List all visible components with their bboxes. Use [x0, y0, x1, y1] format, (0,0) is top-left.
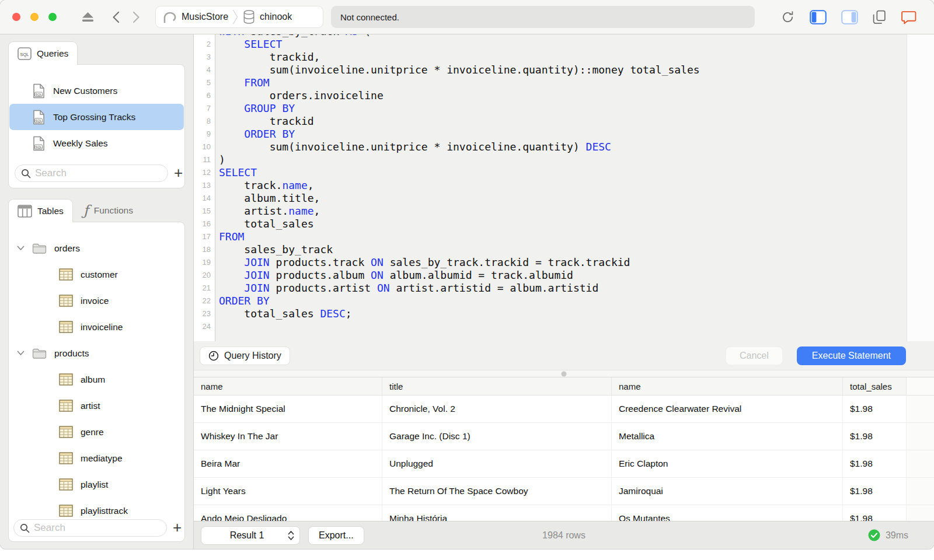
toggle-left-sidebar-button[interactable]: [810, 10, 827, 24]
results-column-header[interactable]: name: [612, 377, 843, 395]
results-column-header[interactable]: title: [382, 377, 612, 395]
results-column-header[interactable]: name: [194, 377, 382, 395]
toggle-right-sidebar-button[interactable]: [841, 10, 858, 24]
tab-functions[interactable]: ƒ Functions: [73, 199, 144, 222]
pane-splitter[interactable]: [194, 370, 934, 377]
line-number: 9: [194, 128, 215, 141]
results-cell[interactable]: Creedence Clearwater Revival: [612, 396, 843, 422]
chevron-down-icon[interactable]: [17, 351, 25, 356]
results-row[interactable]: The Midnight SpecialChronicle, Vol. 2Cre…: [194, 396, 934, 423]
results-cell[interactable]: Whiskey In The Jar: [194, 423, 382, 450]
results-cell[interactable]: $1.98: [843, 450, 907, 477]
results-row[interactable]: Light YearsThe Return Of The Space Cowbo…: [194, 478, 934, 505]
tree-table-row[interactable]: mediatype: [9, 445, 184, 471]
execution-time-label: 39ms: [886, 530, 908, 541]
results-cell[interactable]: The Midnight Special: [194, 396, 382, 422]
zoom-window-button[interactable]: [48, 13, 57, 21]
sql-editor[interactable]: 1WITH sales_by_track AS (2 SELECT3 track…: [194, 34, 934, 341]
sql-file-icon: SQL: [33, 110, 45, 125]
editor-scrollbar-track[interactable]: [907, 34, 934, 341]
code-line: 2 SELECT: [194, 38, 907, 51]
breadcrumb-server[interactable]: MusicStore: [162, 10, 228, 24]
forward-button[interactable]: [133, 11, 140, 23]
close-window-button[interactable]: [12, 13, 20, 21]
results-cell[interactable]: $1.98: [843, 505, 907, 521]
export-button[interactable]: Export...: [308, 526, 364, 545]
code-line: 24: [194, 320, 907, 333]
results-row[interactable]: Beira MarUnpluggedEric Clapton$1.98: [194, 450, 934, 478]
queries-search-field[interactable]: [15, 164, 168, 182]
windows-button[interactable]: [873, 10, 886, 24]
results-cell[interactable]: Os Mutantes: [612, 505, 843, 521]
query-list-item[interactable]: SQLNew Customers: [9, 78, 184, 104]
code-line: 8 trackid: [194, 115, 907, 128]
tree-table-row[interactable]: customer: [9, 261, 184, 288]
query-label: Top Grossing Tracks: [53, 112, 135, 123]
minimize-window-button[interactable]: [30, 13, 39, 21]
back-button[interactable]: [112, 11, 120, 23]
result-selector[interactable]: Result 1: [201, 526, 300, 545]
query-list-item[interactable]: SQLWeekly Sales: [9, 130, 184, 156]
tree-table-row[interactable]: album: [9, 366, 184, 393]
results-cell[interactable]: Minha História: [382, 505, 612, 521]
results-cell[interactable]: Beira Mar: [194, 450, 382, 477]
sidebar-tabs: Tables ƒ Functions: [8, 199, 185, 222]
line-number: 15: [194, 205, 215, 218]
code-text: total_sales: [215, 218, 314, 230]
tree-node-label: album: [81, 374, 105, 385]
execution-time: 39ms: [868, 529, 908, 541]
results-cell[interactable]: Metallica: [612, 423, 843, 450]
tables-search-input[interactable]: [34, 522, 163, 534]
tree-folder-row[interactable]: products: [9, 340, 184, 366]
results-cell[interactable]: Jamiroquai: [612, 478, 843, 505]
chevron-down-icon[interactable]: [17, 246, 25, 251]
refresh-icon: [780, 10, 795, 24]
add-query-button[interactable]: +: [172, 165, 184, 182]
add-table-button[interactable]: +: [171, 520, 183, 537]
results-cell[interactable]: Eric Clapton: [612, 450, 843, 477]
tree-table-row[interactable]: invoice: [9, 288, 184, 314]
feedback-button[interactable]: [901, 10, 916, 24]
execute-statement-button[interactable]: Execute Statement: [797, 346, 906, 365]
tree-folder-row[interactable]: orders: [9, 235, 184, 261]
table-icon: [59, 452, 73, 464]
splitter-handle-icon[interactable]: [562, 371, 567, 376]
tab-tables[interactable]: Tables: [8, 199, 73, 222]
results-row-filler: [907, 396, 934, 422]
breadcrumb-database[interactable]: chinook: [242, 9, 292, 24]
tables-search-row: +: [13, 519, 180, 537]
result-selector-label: Result 1: [206, 530, 288, 541]
queries-search-input[interactable]: [35, 167, 164, 179]
tree-node-label: products: [54, 348, 89, 359]
line-number: 5: [194, 76, 215, 89]
tables-search-field[interactable]: [13, 519, 167, 537]
results-cell[interactable]: Light Years: [194, 478, 382, 505]
results-cell[interactable]: $1.98: [843, 396, 907, 422]
results-column-header[interactable]: total_sales: [843, 377, 907, 395]
results-row[interactable]: Ando Meio DesligadoMinha HistóriaOs Muta…: [194, 505, 934, 521]
code-line: 12SELECT: [194, 166, 907, 179]
results-cell[interactable]: Chronicle, Vol. 2: [382, 396, 612, 422]
tree-table-row[interactable]: genre: [9, 419, 184, 445]
results-cell[interactable]: Unplugged: [382, 450, 612, 477]
tree-table-row[interactable]: playlist: [9, 471, 184, 498]
results-cell[interactable]: Garage Inc. (Disc 1): [382, 423, 612, 450]
code-line: 23 total_sales DESC;: [194, 307, 907, 320]
results-cell[interactable]: Ando Meio Desligado: [194, 505, 382, 521]
query-list-item[interactable]: SQLTop Grossing Tracks: [9, 104, 184, 130]
cancel-button[interactable]: Cancel: [726, 346, 783, 365]
tree-table-row[interactable]: invoiceline: [9, 314, 184, 340]
breadcrumb-separator-icon: [232, 8, 238, 26]
line-number: 21: [194, 282, 215, 295]
reload-button[interactable]: [780, 10, 795, 24]
results-cell[interactable]: $1.98: [843, 423, 907, 450]
tree-table-row[interactable]: artist: [9, 393, 184, 419]
results-row[interactable]: Whiskey In The JarGarage Inc. (Disc 1)Me…: [194, 423, 934, 450]
query-history-button[interactable]: Query History: [200, 346, 290, 365]
results-cell[interactable]: The Return Of The Space Cowboy: [382, 478, 612, 505]
tab-queries[interactable]: SQL Queries: [8, 41, 78, 65]
disconnect-eject-button[interactable]: [81, 12, 95, 23]
tree-node-label: artist: [81, 401, 100, 411]
line-number: 6: [194, 89, 215, 102]
results-cell[interactable]: $1.98: [843, 478, 907, 505]
